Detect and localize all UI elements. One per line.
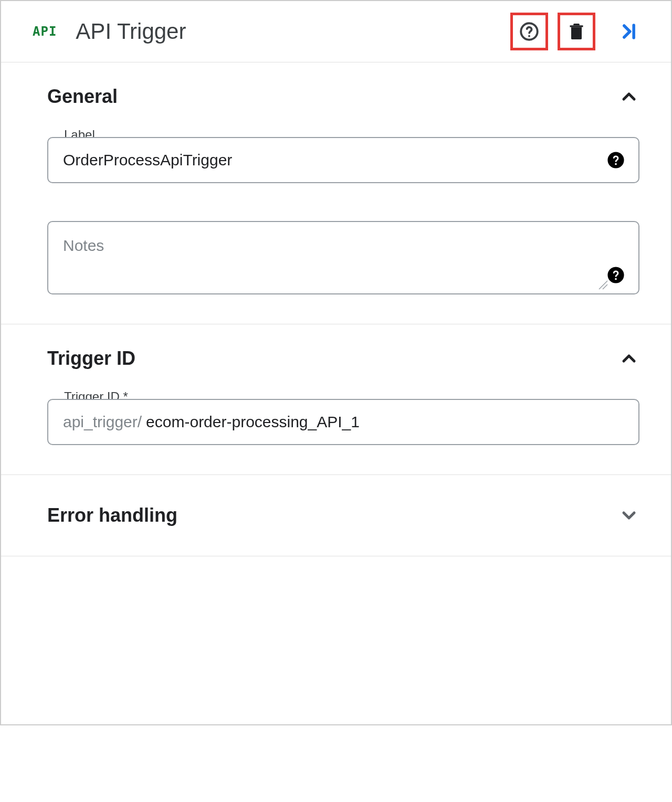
help-filled-icon[interactable] bbox=[607, 151, 625, 169]
help-button[interactable] bbox=[510, 13, 548, 50]
chevron-down-icon bbox=[618, 505, 639, 526]
svg-point-1 bbox=[528, 35, 530, 37]
svg-point-8 bbox=[615, 278, 617, 280]
notes-field-wrap bbox=[47, 221, 639, 294]
svg-line-6 bbox=[603, 284, 607, 289]
notes-textarea[interactable] bbox=[63, 237, 596, 273]
label-field[interactable] bbox=[47, 137, 639, 183]
delete-button[interactable] bbox=[558, 13, 595, 50]
section-error-handling-title: Error handling bbox=[47, 504, 177, 526]
collapse-panel-button[interactable] bbox=[610, 13, 648, 50]
collapse-right-icon bbox=[617, 20, 640, 43]
section-general-title: General bbox=[47, 86, 118, 108]
help-filled-icon[interactable] bbox=[607, 266, 625, 284]
trigger-id-field-wrap: Trigger ID * api_trigger/ ecom-order-pro… bbox=[47, 399, 639, 445]
label-input[interactable] bbox=[63, 151, 596, 169]
api-trigger-panel: API API Trigger bbox=[0, 0, 672, 725]
trash-icon bbox=[566, 21, 587, 42]
help-circle-icon bbox=[518, 20, 540, 43]
chevron-up-icon bbox=[618, 86, 639, 107]
panel-title: API Trigger bbox=[76, 19, 501, 44]
section-general: General Label bbox=[1, 62, 671, 324]
api-badge: API bbox=[33, 24, 57, 39]
section-trigger-id: Trigger ID Trigger ID * api_trigger/ eco… bbox=[1, 324, 671, 475]
section-general-header[interactable]: General bbox=[47, 86, 639, 108]
chevron-up-icon bbox=[618, 348, 639, 369]
resize-grip-icon bbox=[595, 276, 608, 288]
trigger-id-field[interactable]: api_trigger/ ecom-order-processing_API_1 bbox=[47, 399, 639, 445]
label-field-wrap: Label bbox=[47, 137, 639, 183]
section-trigger-id-header[interactable]: Trigger ID bbox=[47, 347, 639, 370]
section-trigger-id-title: Trigger ID bbox=[47, 347, 135, 370]
svg-line-5 bbox=[599, 281, 607, 289]
section-error-handling-header[interactable]: Error handling bbox=[47, 504, 639, 526]
trigger-id-prefix: api_trigger/ bbox=[63, 413, 142, 431]
trigger-id-value: ecom-order-processing_API_1 bbox=[146, 413, 360, 431]
notes-field[interactable] bbox=[47, 221, 639, 294]
panel-header: API API Trigger bbox=[1, 1, 671, 62]
panel-empty-space bbox=[1, 556, 671, 724]
section-error-handling: Error handling bbox=[1, 475, 671, 556]
svg-point-4 bbox=[615, 163, 617, 165]
